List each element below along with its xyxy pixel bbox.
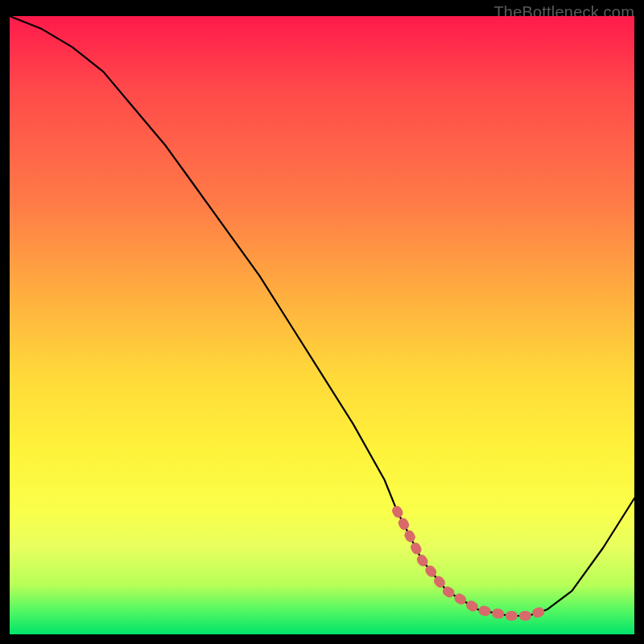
- optimal-range-highlight: [397, 510, 547, 616]
- plot-area: [10, 16, 634, 634]
- chart-svg: [10, 16, 634, 634]
- chart-container: TheBottleneck.com: [0, 0, 644, 644]
- bottleneck-curve: [10, 16, 634, 616]
